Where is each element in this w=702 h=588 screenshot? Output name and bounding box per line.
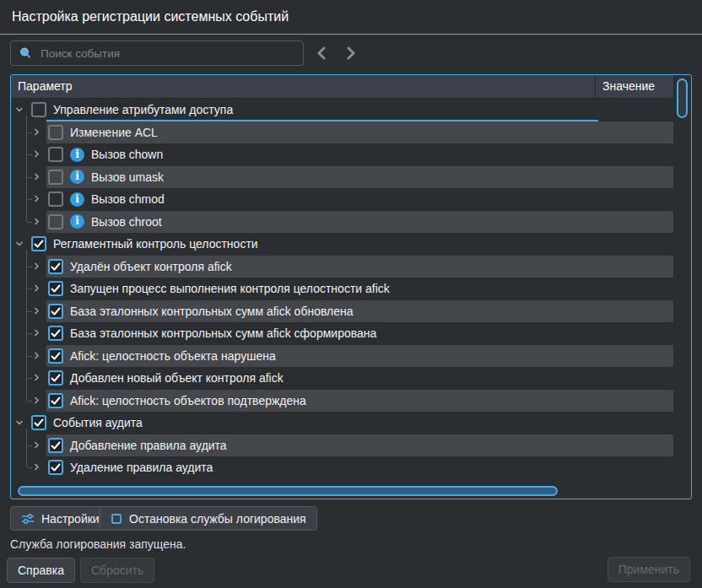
- settings-button[interactable]: Настройки: [10, 506, 111, 531]
- search-prev-button[interactable]: [313, 45, 330, 62]
- row-label: Добавление правила аудита: [70, 439, 227, 452]
- row-label: Запущен процесс выполнения контроля цело…: [70, 282, 390, 295]
- row-checkbox[interactable]: [48, 304, 63, 319]
- stop-square-icon: [111, 513, 122, 525]
- tree-row[interactable]: i Вызов chmod: [11, 188, 673, 211]
- tree-rows: i Управление атрибутами доступа i Измене…: [11, 99, 673, 479]
- tree-row[interactable]: i База эталонных контрольных сумм afick …: [11, 322, 673, 345]
- tree-row[interactable]: i События аудита: [11, 412, 673, 434]
- row-label: Добавлен новый объект контроля afick: [70, 371, 284, 385]
- search-placeholder: Поиск события: [40, 47, 120, 60]
- expand-chevron-icon[interactable]: [31, 440, 41, 450]
- reset-button[interactable]: Сбросить: [80, 558, 154, 583]
- tree-row[interactable]: i Удалён объект контроля afick: [11, 256, 673, 278]
- expand-chevron-icon[interactable]: [14, 105, 24, 115]
- expand-chevron-icon[interactable]: [31, 351, 41, 361]
- row-label: Afick: целостность объектов подтверждена: [70, 394, 306, 407]
- chevron-right-icon: [345, 46, 357, 60]
- row-checkbox[interactable]: [31, 236, 46, 251]
- row-label: Удаление правила аудита: [70, 461, 213, 474]
- row-label: Вызов chroot: [91, 215, 162, 229]
- expand-chevron-icon[interactable]: [31, 462, 41, 472]
- events-tree-table: Параметр Значение i Управление атрибутам…: [10, 74, 692, 499]
- stop-logging-button[interactable]: Остановка службы логирования: [100, 506, 317, 531]
- settings-button-label: Настройки: [41, 512, 100, 526]
- row-checkbox[interactable]: [48, 125, 63, 140]
- row-checkbox[interactable]: [31, 102, 46, 117]
- column-header-parameter[interactable]: Параметр: [11, 75, 596, 98]
- info-icon: i: [70, 192, 84, 207]
- row-label: Регламентный контроль целостности: [53, 237, 258, 251]
- expand-chevron-icon[interactable]: [31, 194, 41, 204]
- row-checkbox[interactable]: [48, 326, 63, 341]
- row-label: Вызов chmod: [91, 192, 165, 206]
- search-icon: [19, 46, 32, 60]
- tree-row[interactable]: i Добавлен новый объект контроля afick: [11, 367, 673, 390]
- tree-row[interactable]: i База эталонных контрольных сумм afick …: [11, 300, 673, 323]
- expand-chevron-icon[interactable]: [31, 172, 41, 182]
- expand-chevron-icon[interactable]: [14, 239, 24, 249]
- row-checkbox[interactable]: [48, 438, 63, 453]
- expand-chevron-icon[interactable]: [14, 418, 24, 428]
- focus-underline: [46, 120, 598, 121]
- tree-row[interactable]: i Изменение ACL: [11, 121, 673, 144]
- row-checkbox[interactable]: [31, 415, 46, 430]
- row-checkbox[interactable]: [48, 170, 63, 185]
- horizontal-scrollbar[interactable]: [18, 486, 558, 496]
- expand-chevron-icon[interactable]: [31, 328, 41, 338]
- row-label: События аудита: [53, 416, 143, 429]
- tree-row[interactable]: i Afick: целостность объекта нарушена: [11, 345, 673, 368]
- tree-row[interactable]: i Вызов chown: [11, 143, 673, 166]
- search-input[interactable]: Поиск события: [10, 40, 304, 66]
- expand-chevron-icon[interactable]: [31, 127, 41, 138]
- window-title: Настройка регистрации системных событий: [12, 9, 289, 24]
- row-label: Удалён объект контроля afick: [70, 260, 232, 273]
- column-header-value[interactable]: Значение: [596, 75, 673, 98]
- tree-row[interactable]: i Вызов umask: [11, 166, 673, 189]
- expand-chevron-icon[interactable]: [31, 373, 41, 383]
- row-checkbox[interactable]: [48, 370, 63, 386]
- tree-row[interactable]: i Управление атрибутами доступа: [11, 99, 673, 121]
- row-label: База эталонных контрольных сумм afick сф…: [70, 326, 376, 340]
- row-checkbox[interactable]: [48, 393, 63, 408]
- tree-row[interactable]: i Вызов chroot: [11, 211, 673, 234]
- titlebar-divider: [0, 34, 702, 35]
- row-checkbox[interactable]: [48, 214, 63, 229]
- search-next-button[interactable]: [343, 45, 359, 62]
- help-button-label: Справка: [18, 564, 64, 577]
- table-header: Параметр Значение: [11, 75, 691, 98]
- tree-row[interactable]: i Afick: целостность объектов подтвержде…: [11, 390, 673, 413]
- service-status-text: Служба логирования запущена.: [10, 537, 186, 551]
- tree-row[interactable]: i Запущен процесс выполнения контроля це…: [11, 278, 673, 300]
- row-checkbox[interactable]: [48, 281, 63, 296]
- sliders-icon: [21, 512, 35, 526]
- tree-row[interactable]: i Добавление правила аудита: [11, 434, 673, 457]
- row-checkbox[interactable]: [48, 192, 63, 207]
- row-checkbox[interactable]: [48, 460, 63, 475]
- row-checkbox[interactable]: [48, 259, 63, 274]
- row-checkbox[interactable]: [48, 147, 63, 162]
- expand-chevron-icon[interactable]: [31, 306, 41, 316]
- vertical-scrollbar[interactable]: [677, 78, 688, 118]
- expand-chevron-icon[interactable]: [31, 149, 41, 159]
- apply-button[interactable]: Применить: [608, 557, 690, 582]
- info-icon: i: [70, 148, 84, 162]
- row-label: База эталонных контрольных сумм afick об…: [70, 305, 354, 318]
- expand-chevron-icon[interactable]: [31, 283, 41, 294]
- row-label: Afick: целостность объекта нарушена: [70, 349, 276, 363]
- help-button[interactable]: Справка: [7, 558, 75, 583]
- window-titlebar: Настройка регистрации системных событий: [0, 0, 702, 34]
- expand-chevron-icon[interactable]: [31, 217, 41, 227]
- apply-button-label: Применить: [618, 563, 679, 576]
- row-label: Изменение ACL: [70, 126, 158, 139]
- expand-chevron-icon[interactable]: [31, 262, 41, 272]
- tree-row[interactable]: i Регламентный контроль целостности: [11, 233, 673, 256]
- reset-button-label: Сбросить: [91, 564, 143, 577]
- row-checkbox[interactable]: [48, 348, 63, 364]
- row-label: Вызов chown: [91, 148, 163, 161]
- row-label: Вызов umask: [91, 170, 164, 184]
- expand-chevron-icon[interactable]: [31, 396, 41, 406]
- stop-logging-button-label: Остановка службы логирования: [129, 512, 306, 526]
- chevron-left-icon: [316, 46, 327, 60]
- tree-row[interactable]: i Удаление правила аудита: [11, 456, 673, 479]
